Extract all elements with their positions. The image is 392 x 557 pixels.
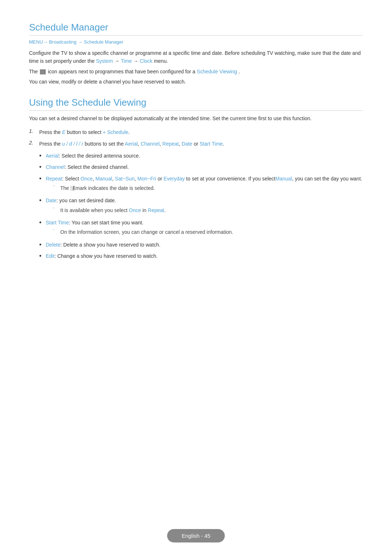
bullet-dot-delete: •	[39, 241, 46, 249]
bullet-dot-channel: •	[39, 163, 46, 171]
manual-link[interactable]: Manual	[95, 176, 112, 182]
edit-link[interactable]: Edit	[46, 253, 54, 259]
bullet-channel: • Channel: Select the desired channel.	[39, 163, 363, 171]
section2-intro: You can set a desired channel to be disp…	[29, 114, 363, 122]
starttime-link[interactable]: Start Time	[46, 220, 69, 225]
bullet-delete-content: Delete: Delete a show you have reserved …	[46, 241, 363, 249]
schedule-viewing-link[interactable]: Schedule Viewing	[197, 69, 237, 74]
breadcrumb: MENU→ Broadcasting → Schedule Manager	[29, 39, 363, 45]
time-link[interactable]: Time	[121, 58, 132, 64]
everyday-link[interactable]: Everyday	[164, 176, 185, 182]
body2-middle: icon appears next to programmes that hav…	[48, 69, 195, 74]
repeat-sub-item: ¨ The 溸mark indicates the date is select…	[53, 184, 363, 192]
body-text-1: Configure the TV to show a specific chan…	[29, 49, 363, 65]
repeat-sub-list: ¨ The 溸mark indicates the date is select…	[53, 184, 363, 192]
bullet-dot-starttime: •	[39, 219, 46, 227]
bullet-delete: • Delete: Delete a show you have reserve…	[39, 241, 363, 249]
bullet-date: • Date: you can set desired date. ¨ It i…	[39, 196, 363, 216]
section2-title: Using the Schedule Viewing	[29, 97, 363, 111]
date-sub-text: It is available when you select Once in …	[60, 206, 166, 214]
sub-dot-starttime: ¨	[53, 228, 60, 235]
system-link[interactable]: System	[96, 58, 113, 64]
date-sub-list: ¨ It is available when you select Once i…	[53, 206, 363, 214]
once-link[interactable]: Once	[81, 176, 93, 182]
delete-link[interactable]: Delete	[46, 242, 60, 248]
bullet-dot-repeat: •	[39, 175, 46, 183]
bullet-repeat: • Repeat: Select Once, Manual, Sat~Sun, …	[39, 175, 363, 194]
bullet-edit: • Edit: Change a show you have reserved …	[39, 252, 363, 260]
bullet-list: • Aerial: Select the desired antenna sou…	[39, 152, 363, 261]
arrow1: →	[114, 58, 121, 64]
section1-title: Schedule Manager	[29, 22, 363, 36]
repeat-link-date[interactable]: Repeat	[148, 207, 164, 213]
body2-prefix: The	[29, 69, 38, 74]
section2: Using the Schedule Viewing You can set a…	[29, 97, 363, 261]
sub-dot-date: ¨	[53, 206, 60, 213]
udlr-buttons: u / d / l / r	[61, 141, 85, 147]
step-1: 1. Press the E button to select + Schedu…	[29, 128, 363, 136]
body-text-3: You can view, modify or delete a channel…	[29, 78, 363, 86]
body2-end: .	[238, 69, 240, 74]
repeat-sub-text: The 溸mark indicates the date is selected…	[60, 184, 155, 192]
monfri-link[interactable]: Mon~Fri	[138, 176, 156, 182]
date-link[interactable]: Date	[46, 198, 57, 203]
plus-schedule-link[interactable]: + Schedule	[103, 129, 128, 135]
body-text-2: The icon appears next to programmes that…	[29, 68, 363, 76]
e-button: E	[61, 129, 67, 135]
starttime-sub-item: ¨ On the Information screen, you can cha…	[53, 228, 363, 236]
clock-link[interactable]: Clock	[140, 58, 152, 64]
starttime-sub-list: ¨ On the Information screen, you can cha…	[53, 228, 363, 236]
starttime-link-step[interactable]: Start Time	[200, 141, 223, 147]
manual-link2[interactable]: Manual	[275, 176, 292, 182]
footer-label: English - 45	[181, 533, 210, 539]
bullet-repeat-content: Repeat: Select Once, Manual, Sat~Sun, Mo…	[46, 175, 363, 194]
bullet-date-content: Date: you can set desired date. ¨ It is …	[46, 196, 363, 216]
channel-link[interactable]: Channel	[46, 164, 65, 170]
aerial-link[interactable]: Aerial	[46, 153, 59, 159]
date-sub-item: ¨ It is available when you select Once i…	[53, 206, 363, 214]
bullet-aerial: • Aerial: Select the desired antenna sou…	[39, 152, 363, 160]
bullet-starttime-content: Start Time: You can set start time you w…	[46, 219, 363, 238]
repeat-link[interactable]: Repeat	[46, 176, 62, 182]
bullet-channel-content: Channel: Select the desired channel.	[46, 163, 363, 171]
bullet-aerial-content: Aerial: Select the desired antenna sourc…	[46, 152, 363, 160]
bullet-dot-edit: •	[39, 252, 46, 260]
bullet-dot-aerial: •	[39, 152, 46, 160]
body1-text: Configure the TV to show a specific chan…	[29, 50, 361, 64]
aerial-link-step[interactable]: Aerial	[125, 141, 138, 147]
bullet-starttime: • Start Time: You can set start time you…	[39, 219, 363, 238]
sub-dot-repeat: ¨	[53, 184, 60, 191]
schedule-icon	[40, 69, 46, 74]
steps-list: 1. Press the E button to select + Schedu…	[29, 128, 363, 148]
starttime-sub-text: On the Information screen, you can chang…	[60, 228, 233, 236]
repeat-link-step[interactable]: Repeat	[162, 141, 179, 147]
body1-end: menu.	[154, 58, 168, 64]
step1-content: Press the E button to select + Schedule.	[39, 128, 363, 136]
bullet-dot-date: •	[39, 196, 46, 205]
footer-badge: English - 45	[167, 529, 225, 542]
step-2: 2. Press the u / d / l / r buttons to se…	[29, 140, 363, 148]
channel-link-step[interactable]: Channel	[140, 141, 159, 147]
bullet-edit-content: Edit: Change a show you have reserved to…	[46, 252, 363, 260]
satsum-link[interactable]: Sat~Sun	[115, 176, 135, 182]
step2-num: 2.	[29, 140, 39, 146]
step2-content: Press the u / d / l / r buttons to set t…	[39, 140, 363, 148]
date-link-step[interactable]: Date	[181, 141, 192, 147]
step1-num: 1.	[29, 128, 39, 134]
arrow2: →	[133, 58, 140, 64]
once-link-date[interactable]: Once	[129, 207, 141, 213]
